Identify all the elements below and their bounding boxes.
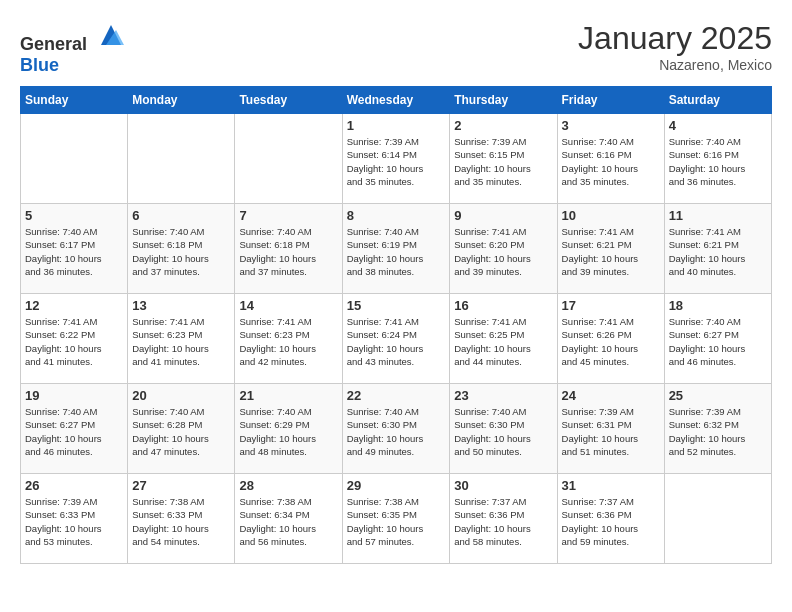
calendar-week-row: 26Sunrise: 7:39 AM Sunset: 6:33 PM Dayli… bbox=[21, 474, 772, 564]
calendar-cell: 15Sunrise: 7:41 AM Sunset: 6:24 PM Dayli… bbox=[342, 294, 450, 384]
calendar-cell: 5Sunrise: 7:40 AM Sunset: 6:17 PM Daylig… bbox=[21, 204, 128, 294]
calendar-cell bbox=[235, 114, 342, 204]
calendar-cell: 24Sunrise: 7:39 AM Sunset: 6:31 PM Dayli… bbox=[557, 384, 664, 474]
calendar-cell: 23Sunrise: 7:40 AM Sunset: 6:30 PM Dayli… bbox=[450, 384, 557, 474]
day-info: Sunrise: 7:40 AM Sunset: 6:18 PM Dayligh… bbox=[239, 225, 337, 278]
calendar-cell bbox=[128, 114, 235, 204]
day-info: Sunrise: 7:40 AM Sunset: 6:16 PM Dayligh… bbox=[669, 135, 767, 188]
day-info: Sunrise: 7:40 AM Sunset: 6:19 PM Dayligh… bbox=[347, 225, 446, 278]
calendar-cell: 29Sunrise: 7:38 AM Sunset: 6:35 PM Dayli… bbox=[342, 474, 450, 564]
day-info: Sunrise: 7:39 AM Sunset: 6:14 PM Dayligh… bbox=[347, 135, 446, 188]
weekday-header: Saturday bbox=[664, 87, 771, 114]
day-info: Sunrise: 7:41 AM Sunset: 6:26 PM Dayligh… bbox=[562, 315, 660, 368]
day-info: Sunrise: 7:38 AM Sunset: 6:35 PM Dayligh… bbox=[347, 495, 446, 548]
calendar-week-row: 19Sunrise: 7:40 AM Sunset: 6:27 PM Dayli… bbox=[21, 384, 772, 474]
day-number: 31 bbox=[562, 478, 660, 493]
logo-blue: Blue bbox=[20, 55, 59, 75]
day-number: 23 bbox=[454, 388, 552, 403]
day-number: 13 bbox=[132, 298, 230, 313]
calendar-cell: 11Sunrise: 7:41 AM Sunset: 6:21 PM Dayli… bbox=[664, 204, 771, 294]
calendar-cell: 4Sunrise: 7:40 AM Sunset: 6:16 PM Daylig… bbox=[664, 114, 771, 204]
logo-text: General Blue bbox=[20, 20, 126, 76]
day-number: 4 bbox=[669, 118, 767, 133]
day-number: 19 bbox=[25, 388, 123, 403]
day-number: 12 bbox=[25, 298, 123, 313]
day-info: Sunrise: 7:39 AM Sunset: 6:31 PM Dayligh… bbox=[562, 405, 660, 458]
logo-icon bbox=[96, 20, 126, 50]
calendar-cell: 13Sunrise: 7:41 AM Sunset: 6:23 PM Dayli… bbox=[128, 294, 235, 384]
calendar-cell bbox=[21, 114, 128, 204]
day-info: Sunrise: 7:40 AM Sunset: 6:17 PM Dayligh… bbox=[25, 225, 123, 278]
day-info: Sunrise: 7:39 AM Sunset: 6:33 PM Dayligh… bbox=[25, 495, 123, 548]
day-number: 16 bbox=[454, 298, 552, 313]
day-info: Sunrise: 7:41 AM Sunset: 6:22 PM Dayligh… bbox=[25, 315, 123, 368]
day-info: Sunrise: 7:37 AM Sunset: 6:36 PM Dayligh… bbox=[562, 495, 660, 548]
calendar-cell: 1Sunrise: 7:39 AM Sunset: 6:14 PM Daylig… bbox=[342, 114, 450, 204]
day-info: Sunrise: 7:41 AM Sunset: 6:20 PM Dayligh… bbox=[454, 225, 552, 278]
day-info: Sunrise: 7:41 AM Sunset: 6:21 PM Dayligh… bbox=[562, 225, 660, 278]
calendar-cell bbox=[664, 474, 771, 564]
day-number: 15 bbox=[347, 298, 446, 313]
month-title: January 2025 bbox=[578, 20, 772, 57]
weekday-header: Thursday bbox=[450, 87, 557, 114]
calendar-cell: 18Sunrise: 7:40 AM Sunset: 6:27 PM Dayli… bbox=[664, 294, 771, 384]
location: Nazareno, Mexico bbox=[578, 57, 772, 73]
page-header: General Blue January 2025 Nazareno, Mexi… bbox=[20, 20, 772, 76]
day-info: Sunrise: 7:40 AM Sunset: 6:30 PM Dayligh… bbox=[454, 405, 552, 458]
calendar-cell: 10Sunrise: 7:41 AM Sunset: 6:21 PM Dayli… bbox=[557, 204, 664, 294]
day-number: 8 bbox=[347, 208, 446, 223]
calendar-cell: 19Sunrise: 7:40 AM Sunset: 6:27 PM Dayli… bbox=[21, 384, 128, 474]
calendar-cell: 25Sunrise: 7:39 AM Sunset: 6:32 PM Dayli… bbox=[664, 384, 771, 474]
calendar-week-row: 5Sunrise: 7:40 AM Sunset: 6:17 PM Daylig… bbox=[21, 204, 772, 294]
logo-general: General bbox=[20, 34, 87, 54]
day-number: 3 bbox=[562, 118, 660, 133]
day-info: Sunrise: 7:41 AM Sunset: 6:25 PM Dayligh… bbox=[454, 315, 552, 368]
weekday-header: Wednesday bbox=[342, 87, 450, 114]
day-info: Sunrise: 7:38 AM Sunset: 6:34 PM Dayligh… bbox=[239, 495, 337, 548]
calendar-cell: 7Sunrise: 7:40 AM Sunset: 6:18 PM Daylig… bbox=[235, 204, 342, 294]
day-number: 18 bbox=[669, 298, 767, 313]
day-info: Sunrise: 7:38 AM Sunset: 6:33 PM Dayligh… bbox=[132, 495, 230, 548]
day-number: 6 bbox=[132, 208, 230, 223]
day-info: Sunrise: 7:41 AM Sunset: 6:21 PM Dayligh… bbox=[669, 225, 767, 278]
calendar-cell: 6Sunrise: 7:40 AM Sunset: 6:18 PM Daylig… bbox=[128, 204, 235, 294]
weekday-header: Monday bbox=[128, 87, 235, 114]
calendar-cell: 14Sunrise: 7:41 AM Sunset: 6:23 PM Dayli… bbox=[235, 294, 342, 384]
day-number: 14 bbox=[239, 298, 337, 313]
calendar-header-row: SundayMondayTuesdayWednesdayThursdayFrid… bbox=[21, 87, 772, 114]
day-info: Sunrise: 7:37 AM Sunset: 6:36 PM Dayligh… bbox=[454, 495, 552, 548]
logo: General Blue bbox=[20, 20, 126, 76]
calendar-cell: 31Sunrise: 7:37 AM Sunset: 6:36 PM Dayli… bbox=[557, 474, 664, 564]
calendar-cell: 28Sunrise: 7:38 AM Sunset: 6:34 PM Dayli… bbox=[235, 474, 342, 564]
day-info: Sunrise: 7:40 AM Sunset: 6:16 PM Dayligh… bbox=[562, 135, 660, 188]
day-info: Sunrise: 7:40 AM Sunset: 6:29 PM Dayligh… bbox=[239, 405, 337, 458]
day-number: 2 bbox=[454, 118, 552, 133]
calendar-cell: 3Sunrise: 7:40 AM Sunset: 6:16 PM Daylig… bbox=[557, 114, 664, 204]
day-number: 22 bbox=[347, 388, 446, 403]
calendar-cell: 16Sunrise: 7:41 AM Sunset: 6:25 PM Dayli… bbox=[450, 294, 557, 384]
day-number: 10 bbox=[562, 208, 660, 223]
day-info: Sunrise: 7:41 AM Sunset: 6:24 PM Dayligh… bbox=[347, 315, 446, 368]
day-number: 26 bbox=[25, 478, 123, 493]
day-info: Sunrise: 7:40 AM Sunset: 6:27 PM Dayligh… bbox=[25, 405, 123, 458]
day-info: Sunrise: 7:39 AM Sunset: 6:32 PM Dayligh… bbox=[669, 405, 767, 458]
day-number: 20 bbox=[132, 388, 230, 403]
day-info: Sunrise: 7:41 AM Sunset: 6:23 PM Dayligh… bbox=[239, 315, 337, 368]
calendar-week-row: 12Sunrise: 7:41 AM Sunset: 6:22 PM Dayli… bbox=[21, 294, 772, 384]
day-number: 5 bbox=[25, 208, 123, 223]
day-number: 9 bbox=[454, 208, 552, 223]
calendar-cell: 26Sunrise: 7:39 AM Sunset: 6:33 PM Dayli… bbox=[21, 474, 128, 564]
day-info: Sunrise: 7:40 AM Sunset: 6:18 PM Dayligh… bbox=[132, 225, 230, 278]
day-info: Sunrise: 7:41 AM Sunset: 6:23 PM Dayligh… bbox=[132, 315, 230, 368]
calendar-cell: 22Sunrise: 7:40 AM Sunset: 6:30 PM Dayli… bbox=[342, 384, 450, 474]
calendar-table: SundayMondayTuesdayWednesdayThursdayFrid… bbox=[20, 86, 772, 564]
calendar-cell: 8Sunrise: 7:40 AM Sunset: 6:19 PM Daylig… bbox=[342, 204, 450, 294]
day-info: Sunrise: 7:40 AM Sunset: 6:27 PM Dayligh… bbox=[669, 315, 767, 368]
calendar-cell: 21Sunrise: 7:40 AM Sunset: 6:29 PM Dayli… bbox=[235, 384, 342, 474]
day-info: Sunrise: 7:40 AM Sunset: 6:30 PM Dayligh… bbox=[347, 405, 446, 458]
calendar-cell: 30Sunrise: 7:37 AM Sunset: 6:36 PM Dayli… bbox=[450, 474, 557, 564]
title-block: January 2025 Nazareno, Mexico bbox=[578, 20, 772, 73]
day-number: 30 bbox=[454, 478, 552, 493]
calendar-cell: 20Sunrise: 7:40 AM Sunset: 6:28 PM Dayli… bbox=[128, 384, 235, 474]
calendar-cell: 17Sunrise: 7:41 AM Sunset: 6:26 PM Dayli… bbox=[557, 294, 664, 384]
